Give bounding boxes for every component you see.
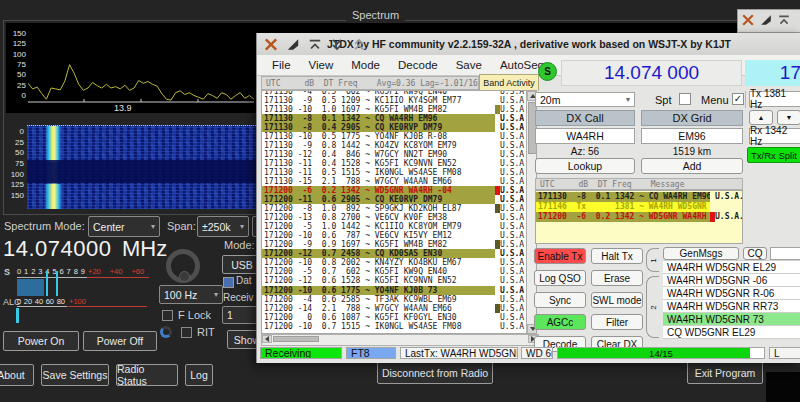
decode-row[interactable]: 171130 -10 0.5 1775 ~ YO4NF KJ0B R-08U.S… bbox=[262, 132, 527, 141]
messages-tab-2[interactable]: 2 bbox=[646, 276, 659, 338]
chevron-down-icon: ▾ bbox=[240, 222, 244, 231]
data-checkbox[interactable] bbox=[223, 277, 234, 288]
decode-row[interactable]: 171130 -10 1.0 1697 ~ KG5FI WM4B EM82U.S… bbox=[262, 105, 527, 114]
txrx-split-button[interactable]: Tx/Rx Split bbox=[747, 147, 800, 163]
menu-view[interactable]: View bbox=[300, 57, 343, 73]
freq-up-button[interactable]: ▲ bbox=[749, 110, 773, 125]
frequency-display[interactable]: 14.074 000 bbox=[561, 60, 742, 86]
disconnect-button[interactable]: Disconnect from Radio bbox=[377, 361, 493, 384]
decode-row[interactable]: 171130 -11 0.5 1515 ~ IK0NGL WS4ASE FM08… bbox=[262, 168, 527, 177]
genmsgs-button[interactable]: GenMsgs bbox=[663, 247, 739, 260]
band-activity-tab[interactable]: Band Activity bbox=[479, 74, 539, 91]
menu-save[interactable]: Save bbox=[447, 57, 491, 73]
decode-row[interactable]: 171200 -10 0.7 1515 ~ IK0NGL WS4ASE FM08… bbox=[262, 322, 527, 331]
rollup-icon[interactable] bbox=[351, 38, 367, 51]
agcc-button[interactable]: AGCc bbox=[534, 314, 586, 330]
exit-program-button[interactable]: Exit Program bbox=[687, 361, 763, 384]
shade-icon[interactable] bbox=[778, 14, 790, 26]
radio-bottom-button-about[interactable]: About bbox=[0, 364, 34, 386]
menu-mode[interactable]: Mode bbox=[342, 57, 389, 73]
decode-row[interactable]: 171200 -6 0.2 1342 ~ WD5GNR WA4RH -04U.S… bbox=[262, 186, 527, 195]
decode-row[interactable]: 171130 -12 0.4 846 ~ W7GCY NN2T EM90U.S.… bbox=[262, 150, 527, 159]
flock-checkbox[interactable] bbox=[162, 310, 173, 321]
decode-country: U.S.A bbox=[500, 276, 527, 285]
tx-offset-spinbox[interactable]: Tx 1381 Hz bbox=[749, 91, 800, 107]
decode-row[interactable]: 171130 -8 0.1 1342 ~ CQ WA4RH EM96U.S.A bbox=[262, 114, 527, 123]
pin-icon[interactable] bbox=[760, 14, 772, 26]
band-select[interactable]: 20m▾ bbox=[535, 92, 635, 107]
decode-row[interactable]: 171200 -11 0.6 2905 ~ CQ KE0RVP DM79U.S.… bbox=[262, 195, 527, 204]
decode-row[interactable]: 171130 -9 0.5 1209 ~ KC1IIO KY4SGM EM77U… bbox=[262, 96, 527, 105]
decode-row[interactable]: 171200 -9 0.9 1697 ~ KG5FI WM4B EM82U.S.… bbox=[262, 240, 527, 249]
decode-row[interactable]: 171130 -9 0.8 1442 ~ KO4ZV KC8YOM EM79U.… bbox=[262, 141, 527, 150]
jtdx-titlebar[interactable]: JTDX by HF community v2.2.159-32A , deri… bbox=[257, 33, 800, 56]
rolldown-icon[interactable] bbox=[329, 38, 345, 51]
sync-button[interactable]: Sync bbox=[534, 292, 586, 308]
pin-icon[interactable] bbox=[285, 38, 301, 51]
decode-row[interactable]: 171130 -11 0.4 1528 ~ KG5FI KC9NVN EN52U… bbox=[262, 159, 527, 168]
cq-button[interactable]: CQ bbox=[743, 247, 767, 260]
enable-tx-button[interactable]: Enable Tx bbox=[534, 248, 586, 264]
free-msg-field[interactable] bbox=[770, 247, 800, 260]
decode-row[interactable]: 171130 -8 0.4 2905 ~ CQ KE0RVP DM79U.S.A bbox=[262, 123, 527, 132]
decode-row[interactable]: 171146 Tx 1381 ~ WA4RH WD5GNR EL29 bbox=[536, 202, 742, 212]
close-icon[interactable] bbox=[742, 14, 754, 26]
menu-decode[interactable]: Decode bbox=[389, 57, 447, 73]
radio-bottom-button-radio-status[interactable]: Radio Status bbox=[116, 364, 178, 386]
decode-row[interactable]: 171200 -4 0.6 2585 ~ TF3AK KC9WBL EM69U.… bbox=[262, 295, 527, 304]
spectrum-mode-select[interactable]: Center▾ bbox=[88, 216, 160, 237]
band-activity-hscrollbar[interactable] bbox=[261, 334, 539, 346]
shade-icon[interactable] bbox=[307, 38, 323, 51]
decode-row[interactable]: 171130 -8 0.1 1342 ~ CQ WA4RH EM96U.S.A. bbox=[536, 192, 742, 202]
freq-down-button[interactable]: ▼ bbox=[777, 110, 800, 125]
message-item[interactable]: WA4RH WD5GNR EL29 bbox=[663, 261, 800, 274]
band-activity-header: UTC dB DT Freq Avg=0.36 Lag=-1.01/16 bbox=[261, 76, 479, 90]
decode-row[interactable]: 171200 -5 1.0 1442 ~ KC1IIO KC8YOM EM79U… bbox=[262, 222, 527, 231]
decode-row[interactable]: 171200 0 0.6 1087 ~ KG5FI KF0GYL EN30U.S… bbox=[262, 313, 527, 322]
message-item[interactable]: WA4RH WD5GNR 73 bbox=[663, 313, 800, 326]
close-icon[interactable] bbox=[263, 38, 279, 51]
lookup-button[interactable]: Lookup bbox=[535, 158, 635, 174]
decode-row[interactable]: 171200 -6 0.2 1342 ~ WD5GNR WA4RH -04U.S… bbox=[536, 212, 742, 222]
dx-call-field[interactable]: WA4RH bbox=[535, 128, 635, 144]
decode-row[interactable]: 171200 -12 0.6 1528 ~ KG5FI KC9NVN EN52U… bbox=[262, 276, 527, 285]
decode-row[interactable]: 171200 -10 0.8 2002 ~ KN4YZY KO4BKU EM67… bbox=[262, 258, 527, 267]
filter-button[interactable]: Filter bbox=[591, 314, 643, 330]
menu-checkbox[interactable]: ✓ bbox=[732, 93, 744, 105]
decode-row[interactable]: 171200 -12 0.7 2458 ~ CQ KD0SAS EN30U.S.… bbox=[262, 249, 527, 258]
rx-frequency-table[interactable]: 171130 -8 0.1 1342 ~ CQ WA4RH EM96U.S.A.… bbox=[535, 190, 743, 244]
power-off-button[interactable]: Power Off bbox=[83, 331, 157, 351]
radio-bottom-button-save-settings[interactable]: Save Settings bbox=[41, 364, 109, 386]
tuning-knob[interactable] bbox=[166, 249, 200, 283]
dx-grid-field[interactable]: EM96 bbox=[641, 128, 743, 144]
message-item[interactable]: WA4RH WD5GNR -06 bbox=[663, 274, 800, 287]
log-qso-button[interactable]: Log QSO bbox=[534, 270, 586, 286]
decode-row[interactable]: 171200 -10 0.6 787 ~ VE6CV KI5VY EM12U.S… bbox=[262, 231, 527, 240]
decode-row[interactable]: 171200 -14 2.1 788 ~ W7GCY W4AAN EM66U.S… bbox=[262, 304, 527, 313]
band-activity-table[interactable]: 171130 -4 0.5 602 ~ KG5FI KW9Q EN40U.S.A… bbox=[261, 90, 537, 334]
decode-row[interactable]: 171200 -5 0.7 602 ~ KG5FI KW9Q EN40U.S.A bbox=[262, 267, 527, 276]
message-item[interactable]: WA4RH WD5GNR RR73 bbox=[663, 300, 800, 313]
messages-tab-1[interactable]: 1 bbox=[646, 248, 659, 272]
decode-row[interactable]: 171200 -8 1.0 892 ~ SP9GKJ KD2KOH EL87U.… bbox=[262, 204, 527, 213]
message-item[interactable]: WA4RH WD5GNR R-06 bbox=[663, 287, 800, 300]
message-item[interactable]: CQ WD5GNR EL29 bbox=[663, 326, 800, 339]
span-select[interactable]: ±250k▾ bbox=[197, 216, 249, 237]
menu-file[interactable]: File bbox=[263, 57, 300, 73]
power-on-button[interactable]: Power On bbox=[3, 331, 79, 351]
erase-button[interactable]: Erase bbox=[591, 270, 643, 286]
decode-row[interactable]: 171200 -13 0.8 2700 ~ VE6CV KV0F EM38U.S… bbox=[262, 213, 527, 222]
swl-mode-button[interactable]: SWL mode bbox=[591, 292, 643, 308]
add-button[interactable]: Add bbox=[641, 158, 743, 174]
spt-checkbox[interactable] bbox=[679, 93, 691, 105]
rx-offset-spinbox[interactable]: Rx 1342 Hz bbox=[749, 128, 800, 144]
halt-tx-button[interactable]: Halt Tx bbox=[591, 248, 643, 264]
decode-row[interactable]: 171130 -15 2.1 788 ~ W7GCY W4AAN EM66U.S… bbox=[262, 177, 527, 186]
decode-country: U.S.A bbox=[500, 159, 527, 168]
rit-checkbox[interactable] bbox=[181, 327, 192, 338]
radio-bottom-button-log[interactable]: Log bbox=[185, 364, 213, 386]
rit-knob[interactable] bbox=[160, 326, 172, 338]
decode-row[interactable]: 171200 -10 0.6 1775 ~ YO4NF KJ0B 73U.S.A bbox=[262, 286, 527, 295]
tuning-step-select[interactable]: 100 Hz▾ bbox=[159, 285, 223, 304]
spot-button[interactable]: S bbox=[538, 62, 557, 81]
